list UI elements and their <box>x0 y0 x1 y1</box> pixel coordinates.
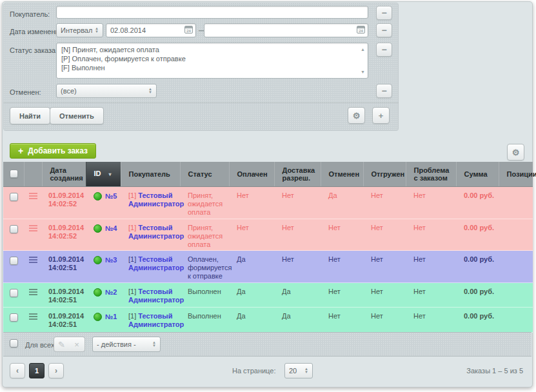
calendar-icon[interactable]: 24 <box>184 26 193 34</box>
page-button-1[interactable]: 1 <box>29 363 45 378</box>
column-header-cancelled[interactable]: Отменен <box>321 162 363 187</box>
buyer-id-prefix: [1] <box>128 255 136 263</box>
order-id-link[interactable]: №5 <box>105 192 117 201</box>
add-order-button[interactable]: + Добавить заказ <box>10 143 96 159</box>
delivery-allowed-flag: Нет <box>282 224 294 231</box>
order-created-date: 01.09.2014 14:02:52 <box>48 224 84 240</box>
cancel-filter-button[interactable]: Отменить <box>50 107 104 124</box>
row-menu-icon[interactable] <box>29 193 37 201</box>
column-header-delivery[interactable]: Доставка разреш. <box>274 162 321 187</box>
buyer-link[interactable]: Тестовый Администратор <box>128 191 184 208</box>
row-checkbox[interactable] <box>10 313 18 322</box>
buyer-filter-input[interactable] <box>56 6 368 19</box>
gear-icon: ⚙ <box>512 148 520 157</box>
add-filter-button[interactable]: + <box>372 107 390 124</box>
status-option[interactable]: [F] Выполнен <box>61 63 355 72</box>
column-header-sum[interactable]: Сумма <box>456 162 499 187</box>
row-checkbox[interactable] <box>10 289 18 297</box>
cancelled-select[interactable]: (все) ▲▼ <box>56 84 157 98</box>
buyer-id-prefix: [1] <box>128 288 136 295</box>
plus-icon: + <box>18 147 23 155</box>
column-header-buyer[interactable]: Покупатель <box>121 162 180 187</box>
order-id-link[interactable]: №2 <box>105 288 117 297</box>
date-from-input[interactable] <box>106 23 196 37</box>
scroll-down-icon[interactable]: ▼ <box>361 70 365 74</box>
order-status: Принят, ожидается оплата <box>188 224 223 248</box>
minus-icon: − <box>381 8 386 18</box>
status-dot-icon <box>94 224 102 233</box>
spinner-icon: ▲▼ <box>304 368 308 374</box>
buyer-filter-label: Покупатель: <box>10 10 50 18</box>
bulk-actions-select[interactable]: - действия - ▲▼ <box>92 337 161 352</box>
bulk-edit-button[interactable]: ✎ <box>54 337 70 352</box>
next-page-button[interactable]: › <box>48 363 64 378</box>
table-settings-button[interactable]: ⚙ <box>507 144 524 161</box>
delivery-allowed-flag: Нет <box>282 191 294 199</box>
row-checkbox[interactable] <box>10 193 18 201</box>
minus-icon: − <box>381 44 386 55</box>
table-row: 01.09.2014 14:02:51 №2 [1] Тестовый Адми… <box>3 283 533 308</box>
table-row: 01.09.2014 14:02:52 №5 [1] Тестовый Адми… <box>3 187 533 219</box>
remove-cancelled-filter-button[interactable]: − <box>376 84 392 98</box>
column-header-date[interactable]: Дата создания <box>42 162 86 187</box>
order-id-link[interactable]: №4 <box>105 224 117 233</box>
status-option[interactable]: [P] Оплачен, формируется к отправке <box>61 54 355 63</box>
problem-flag: Нет <box>413 255 426 263</box>
row-checkbox[interactable] <box>10 257 18 265</box>
problem-flag: Нет <box>413 191 426 199</box>
calendar-icon[interactable]: 24 <box>357 26 365 34</box>
chevron-right-icon: › <box>55 366 57 375</box>
status-dot-icon <box>94 288 102 297</box>
buyer-link[interactable]: Тестовый Администратор <box>128 255 184 271</box>
table-row: 01.09.2014 14:02:51 №3 [1] Тестовый Адми… <box>3 251 533 283</box>
filter-settings-button[interactable]: ⚙ <box>348 107 365 124</box>
spinner-icon: ▲▼ <box>148 88 152 94</box>
cancelled-flag: Нет <box>328 288 341 295</box>
find-button[interactable]: Найти <box>10 107 50 124</box>
column-header-status[interactable]: Статус <box>180 162 229 187</box>
bulk-actions-bar: Для всех ✎ × - действия - ▲▼ <box>3 332 531 357</box>
scroll-up-icon[interactable]: ▲ <box>361 47 365 52</box>
buyer-link[interactable]: Тестовый Администратор <box>128 288 184 304</box>
date-to-input[interactable] <box>204 23 368 37</box>
row-menu-icon[interactable] <box>29 225 37 233</box>
plus-icon: + <box>379 111 384 121</box>
date-mode-select[interactable]: Интервал ▲▼ <box>56 23 103 37</box>
prev-page-button[interactable]: ‹ <box>10 363 25 378</box>
row-menu-icon[interactable] <box>29 289 37 297</box>
remove-buyer-filter-button[interactable]: − <box>376 6 392 20</box>
problem-flag: Нет <box>413 288 426 295</box>
order-id-link[interactable]: №1 <box>105 313 117 321</box>
orders-summary: Заказы 1 – 5 из 5 <box>466 367 523 375</box>
column-header-paid[interactable]: Оплачен <box>229 162 274 187</box>
order-status: Оплачен, формируется к отправке <box>188 255 232 280</box>
column-header-positions[interactable]: Позиции <box>499 162 533 187</box>
order-status-listbox[interactable]: [N] Принят, ожидается оплата[P] Оплачен,… <box>56 43 368 79</box>
buyer-link[interactable]: Тестовый Администратор <box>128 312 184 328</box>
per-page-select[interactable]: 20 ▲▼ <box>284 363 313 378</box>
column-header-id[interactable]: ID▾ <box>86 162 121 187</box>
bulk-delete-button[interactable]: × <box>69 337 85 352</box>
bulk-all-checkbox[interactable] <box>10 339 18 348</box>
row-checkbox[interactable] <box>10 225 18 233</box>
order-created-date: 01.09.2014 14:02:52 <box>48 191 84 208</box>
sort-desc-icon: ▾ <box>109 172 112 177</box>
row-menu-icon[interactable] <box>29 313 37 321</box>
status-option[interactable]: [N] Принят, ожидается оплата <box>61 45 355 54</box>
minus-icon: − <box>381 25 386 35</box>
problem-flag: Нет <box>413 312 426 320</box>
order-id-link[interactable]: №3 <box>105 256 117 264</box>
delivery-allowed-flag: Да <box>282 312 291 320</box>
row-menu-icon[interactable] <box>29 257 37 264</box>
select-all-checkbox[interactable] <box>10 170 18 178</box>
shipped-flag: Нет <box>371 312 383 320</box>
buyer-link[interactable]: Тестовый Администратор <box>128 224 184 240</box>
remove-status-filter-button[interactable]: − <box>376 43 392 57</box>
paid-flag: Нет <box>237 224 249 231</box>
column-header-problem[interactable]: Проблема с заказом <box>406 162 456 187</box>
column-header-shipped[interactable]: Отгружен <box>363 162 406 187</box>
remove-date-filter-button[interactable]: − <box>376 23 392 37</box>
order-status: Выполнен <box>188 312 221 320</box>
buyer-id-prefix: [1] <box>128 312 136 320</box>
orders-table-body: 01.09.2014 14:02:52 №5 [1] Тестовый Адми… <box>3 187 533 333</box>
